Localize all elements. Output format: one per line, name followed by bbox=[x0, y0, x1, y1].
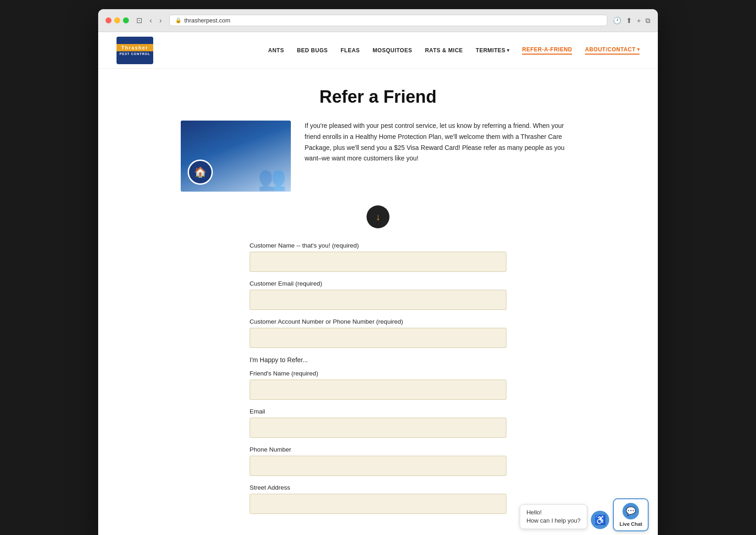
main-content: Refer a Friend 🏠 👥 If you're pleased wit… bbox=[172, 69, 584, 535]
account-number-label: Customer Account Number or Phone Number … bbox=[250, 318, 506, 325]
referral-form: Customer Name -- that's you! (required) … bbox=[250, 242, 506, 514]
chat-speech-icon: 💬 bbox=[623, 503, 639, 519]
live-chat-button[interactable]: 💬 Live Chat bbox=[613, 498, 649, 531]
nav-item-ants[interactable]: ANTS bbox=[268, 47, 284, 54]
intro-section: 🏠 👥 If you're pleased with your pest con… bbox=[181, 121, 575, 192]
phone-label: Phone Number bbox=[250, 446, 506, 453]
logo-top-text: Thrasher bbox=[117, 44, 153, 51]
minimize-button[interactable] bbox=[114, 17, 120, 23]
down-arrow-icon: ↓ bbox=[376, 212, 380, 222]
chat-bubble-line2: How can I help you? bbox=[527, 517, 581, 525]
logo-bottom-text: PEST CONTROL bbox=[119, 51, 151, 56]
lock-icon: 🔒 bbox=[175, 17, 182, 23]
scroll-down-button[interactable]: ↓ bbox=[367, 205, 389, 228]
accessibility-button[interactable]: ♿ bbox=[591, 511, 609, 529]
friend-name-group: Friend's Name (required) bbox=[250, 370, 506, 400]
accessibility-icon: ♿ bbox=[595, 514, 606, 525]
friend-name-input[interactable] bbox=[250, 380, 506, 400]
chat-bubble-line1: Hello! bbox=[527, 508, 581, 517]
new-tab-icon[interactable]: + bbox=[637, 17, 641, 25]
account-number-input[interactable] bbox=[250, 328, 506, 348]
friend-email-group: Email bbox=[250, 408, 506, 438]
page-title: Refer a Friend bbox=[181, 87, 575, 107]
customer-name-group: Customer Name -- that's you! (required) bbox=[250, 242, 506, 272]
nav-item-rats-mice[interactable]: RATS & MICE bbox=[425, 47, 463, 54]
maximize-button[interactable] bbox=[123, 17, 129, 23]
live-chat-label: Live Chat bbox=[619, 521, 642, 527]
tabs-icon[interactable]: ⧉ bbox=[645, 17, 650, 25]
customer-email-label: Customer Email (required) bbox=[250, 280, 506, 287]
referral-section-label: I'm Happy to Refer... bbox=[250, 356, 506, 364]
customer-email-group: Customer Email (required) bbox=[250, 280, 506, 310]
phone-input[interactable] bbox=[250, 456, 506, 476]
chevron-down-icon-about: ▾ bbox=[637, 47, 640, 52]
street-input[interactable] bbox=[250, 494, 506, 514]
close-button[interactable] bbox=[106, 17, 111, 23]
intro-paragraph: If you're pleased with your pest control… bbox=[305, 121, 575, 164]
back-button[interactable]: ‹ bbox=[148, 16, 154, 26]
house-icon: 🏠 bbox=[194, 166, 206, 178]
customer-name-label: Customer Name -- that's you! (required) bbox=[250, 242, 506, 249]
traffic-lights bbox=[106, 17, 129, 23]
customer-email-input[interactable] bbox=[250, 290, 506, 310]
people-silhouette: 👥 bbox=[258, 165, 286, 192]
page-content: Thrasher PEST CONTROL ANTS BED BUGS FLEA… bbox=[98, 32, 658, 535]
nav-item-termites[interactable]: TERMITES ▾ bbox=[476, 47, 509, 54]
site-logo: Thrasher PEST CONTROL bbox=[117, 37, 153, 64]
url-text: thrasherpest.com bbox=[184, 17, 230, 24]
history-icon[interactable]: 🕐 bbox=[613, 17, 622, 25]
browser-controls: ⊡ ‹ › bbox=[134, 15, 164, 26]
house-badge-icon: 🏠 bbox=[188, 160, 213, 185]
sidebar-toggle-button[interactable]: ⊡ bbox=[134, 15, 144, 26]
browser-toolbar: ⊡ ‹ › 🔒 thrasherpest.com 🕐 ⬆ + ⧉ bbox=[98, 9, 658, 32]
intro-image: 🏠 👥 bbox=[181, 121, 291, 192]
share-icon[interactable]: ⬆ bbox=[626, 17, 632, 25]
customer-name-input[interactable] bbox=[250, 252, 506, 272]
address-bar[interactable]: 🔒 thrasherpest.com bbox=[169, 15, 608, 26]
account-number-group: Customer Account Number or Phone Number … bbox=[250, 318, 506, 348]
scroll-down-section: ↓ bbox=[181, 205, 575, 228]
friend-name-label: Friend's Name (required) bbox=[250, 370, 506, 377]
main-nav: ANTS BED BUGS FLEAS MOSQUITOES RATS & MI… bbox=[268, 46, 639, 55]
nav-item-mosquitoes[interactable]: MOSQUITOES bbox=[372, 47, 412, 54]
chevron-down-icon: ▾ bbox=[507, 48, 510, 53]
friend-email-input[interactable] bbox=[250, 418, 506, 438]
street-label: Street Address bbox=[250, 484, 506, 491]
nav-item-refer-a-friend[interactable]: REFER-A-FRIEND bbox=[522, 46, 572, 55]
site-header: Thrasher PEST CONTROL ANTS BED BUGS FLEA… bbox=[98, 32, 658, 69]
live-chat-widget: Hello! How can I help you? ♿ 💬 Live Chat bbox=[520, 498, 649, 531]
phone-group: Phone Number bbox=[250, 446, 506, 476]
friend-email-label: Email bbox=[250, 408, 506, 415]
browser-right-controls: 🕐 ⬆ + ⧉ bbox=[613, 17, 650, 25]
nav-item-fleas[interactable]: FLEAS bbox=[340, 47, 360, 54]
browser-window: ⊡ ‹ › 🔒 thrasherpest.com 🕐 ⬆ + ⧉ Thrashe… bbox=[98, 9, 658, 535]
nav-item-bed-bugs[interactable]: BED BUGS bbox=[297, 47, 328, 54]
forward-button[interactable]: › bbox=[157, 16, 163, 26]
speech-bubble-icon: 💬 bbox=[626, 506, 636, 516]
nav-item-about-contact[interactable]: ABOUT/CONTACT ▾ bbox=[585, 46, 639, 55]
logo-area[interactable]: Thrasher PEST CONTROL bbox=[117, 37, 153, 64]
chat-bubble: Hello! How can I help you? bbox=[520, 504, 588, 529]
street-group: Street Address bbox=[250, 484, 506, 514]
